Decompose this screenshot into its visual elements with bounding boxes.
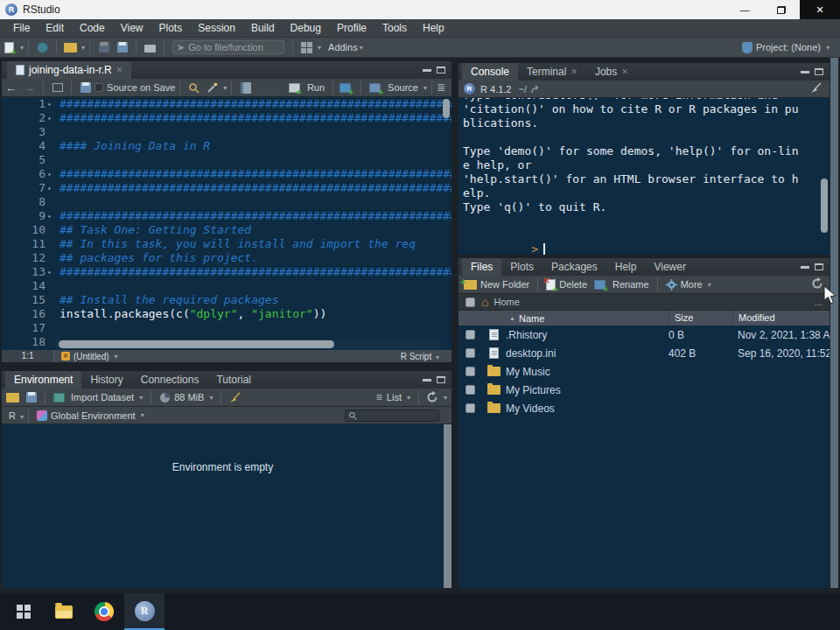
home-icon[interactable]: ⌂ [481,295,488,309]
load-workspace-button[interactable] [5,390,20,404]
maximize-button[interactable] [763,0,800,19]
menu-session[interactable]: Session [190,19,243,37]
code-line-6[interactable]: 6▾######################################… [2,167,452,181]
minimize-pane-icon[interactable] [801,71,809,74]
new-file-button[interactable] [2,40,17,54]
code-line-4[interactable]: 4#### Joining Data in R [2,139,452,153]
code-line-3[interactable]: 3 [2,125,452,139]
scope-selector[interactable]: Global Environment ▾ [37,410,144,421]
menu-file[interactable]: File [5,19,38,37]
code-line-9[interactable]: 9▾######################################… [2,209,452,223]
compile-report-button[interactable] [238,80,253,94]
menu-help[interactable]: Help [415,19,452,37]
refresh-environment-button[interactable] [425,390,440,404]
file-name[interactable]: My Videos [506,402,668,415]
open-in-new-window-button[interactable] [50,80,65,94]
file-row--rhistory[interactable]: .Rhistory0 BNov 2, 2021, 1:38 AM [458,326,830,344]
file-name[interactable]: desktop.ini [506,347,668,360]
menu-plots[interactable]: Plots [151,19,191,37]
menu-debug[interactable]: Debug [283,19,329,37]
maximize-pane-icon[interactable] [437,376,445,383]
save-file-button[interactable] [78,80,93,94]
editor-horizontal-scrollbar[interactable] [56,340,441,349]
minimize-pane-icon[interactable] [423,69,431,72]
goto-directory-icon[interactable] [529,85,542,94]
file-type-menu[interactable]: R Script ▾ [401,352,452,361]
select-all-checkbox[interactable] [458,298,481,307]
tab-plots[interactable]: Plots [501,258,542,276]
code-line-1[interactable]: 1▾######################################… [2,97,452,111]
fold-arrow-icon[interactable]: ▾ [47,266,58,280]
code-line-16[interactable]: 16install.packages(c("dplyr", "janitor")… [2,307,452,321]
minimize-pane-icon[interactable] [423,379,431,382]
tab-console[interactable]: Console [462,63,518,80]
code-line-13[interactable]: 13▾#####################################… [2,265,452,279]
code-area[interactable]: 1▾######################################… [2,97,452,350]
file-name[interactable]: .Rhistory [506,329,668,341]
tab-files[interactable]: Files [462,258,501,276]
row-checkbox[interactable] [458,385,481,395]
tab-help[interactable]: Help [606,258,646,276]
delete-button[interactable]: ✕ Delete [546,279,587,290]
fold-arrow-icon[interactable]: ▾ [47,182,58,196]
editor-vertical-scrollbar[interactable] [442,97,451,339]
document-outline-menu[interactable]: # (Untitled) ▾ [54,352,118,361]
menu-code[interactable]: Code [72,19,113,37]
source-dropdown[interactable]: ▾ [424,84,427,92]
code-line-11[interactable]: 11## In this task, you will install and … [2,237,452,251]
scrollbar-thumb[interactable] [443,99,450,118]
close-tab-icon[interactable]: ✕ [570,67,578,76]
rerun-button[interactable] [340,80,354,94]
new-project-button[interactable] [35,40,50,54]
code-tools-button[interactable] [205,80,220,94]
environment-search-input[interactable] [345,410,439,422]
addins-button[interactable]: Addins [328,42,358,52]
code-line-17[interactable]: 17 [2,321,452,335]
tab-environment[interactable]: Environment [5,371,81,388]
refresh-files-button[interactable] [811,277,823,291]
row-checkbox[interactable] [458,330,481,340]
save-all-button[interactable] [115,40,130,54]
view-mode-button[interactable]: ≡ List ▾ [376,391,410,403]
refresh-dropdown[interactable]: ▾ [444,394,447,402]
source-button[interactable]: Source [369,82,418,93]
maximize-pane-icon[interactable] [815,68,823,75]
menu-profile[interactable]: Profile [329,19,374,37]
menu-edit[interactable]: Edit [38,19,72,37]
memory-usage-button[interactable]: 88 MiB ▾ [159,392,213,403]
save-workspace-button[interactable] [24,390,38,404]
menu-build[interactable]: Build [243,19,283,37]
menu-view[interactable]: View [113,19,151,37]
row-checkbox[interactable] [458,348,481,358]
clear-console-button[interactable] [810,82,822,95]
row-checkbox[interactable] [458,403,481,413]
breadcrumb-home[interactable]: Home [494,297,519,307]
code-line-8[interactable]: 8 [2,195,452,209]
fold-arrow-icon[interactable]: ▾ [47,112,58,126]
path-overflow-button[interactable]: ... [815,297,822,307]
tab-connections[interactable]: Connections [132,371,208,388]
import-dataset-button[interactable]: Import Dataset ▾ [53,392,143,402]
taskbar-chrome[interactable] [84,593,124,630]
start-button[interactable] [4,593,44,630]
fold-arrow-icon[interactable]: ▾ [47,98,58,112]
open-recent-dropdown[interactable]: ▾ [81,44,85,52]
menu-tools[interactable]: Tools [374,19,415,37]
close-button[interactable]: ✕ [800,0,840,19]
minimize-button[interactable]: — [726,0,763,19]
file-row-my-music[interactable]: My Music [458,362,830,381]
open-file-button[interactable] [63,40,78,54]
code-line-2[interactable]: 2▾######################################… [2,111,452,125]
tab-history[interactable]: History [81,371,131,388]
file-row-my-videos[interactable]: My Videos [458,399,830,417]
file-row-my-pictures[interactable]: My Pictures [458,381,830,399]
tab-viewer[interactable]: Viewer [645,258,694,276]
goto-file-input[interactable]: ➤ Go to file/function [172,40,284,54]
save-button[interactable] [96,40,111,54]
back-button[interactable]: ← [4,80,18,94]
more-button[interactable]: More ▾ [666,279,711,290]
find-replace-button[interactable] [186,80,201,94]
console-vertical-scrollbar[interactable] [820,98,829,253]
clear-environment-button[interactable] [228,390,242,404]
code-line-5[interactable]: 5 [2,153,452,167]
